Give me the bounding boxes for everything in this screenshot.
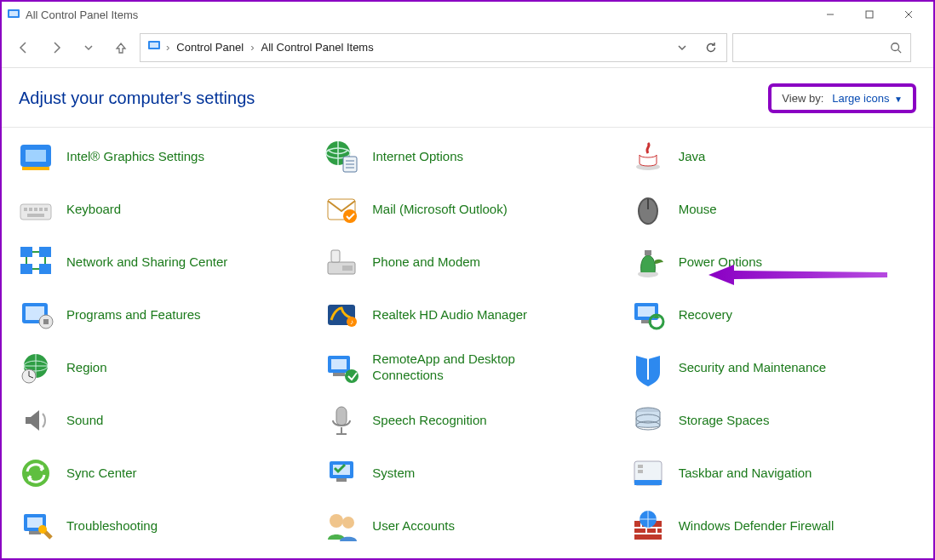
cp-item-label: Mouse — [679, 202, 717, 218]
view-by-control[interactable]: View by: Large icons ▼ — [768, 83, 916, 113]
cp-item-intel-graphics[interactable]: Intel® Graphics Settings — [14, 136, 313, 177]
view-by-value: Large icons — [832, 92, 889, 105]
control-panel-icon — [7, 8, 20, 21]
cp-item-mouse[interactable]: Mouse — [626, 189, 925, 230]
forward-button[interactable] — [43, 34, 70, 61]
recovery-icon — [629, 296, 667, 334]
cp-item-recovery[interactable]: Recovery — [626, 294, 925, 335]
nav-row: › Control Panel › All Control Panel Item… — [2, 27, 933, 68]
svg-rect-1 — [9, 11, 18, 16]
network-icon — [17, 243, 54, 281]
refresh-button[interactable] — [699, 36, 723, 60]
cp-item-java[interactable]: Java — [626, 136, 925, 177]
cp-item-label: Mail (Microsoft Outlook) — [372, 202, 507, 218]
cp-item-label: Sound — [66, 413, 103, 429]
intel-graphics-icon — [17, 138, 54, 175]
close-button[interactable] — [889, 2, 928, 27]
chevron-right-icon: › — [250, 41, 254, 54]
svg-rect-3 — [866, 11, 873, 18]
storage-icon — [629, 402, 667, 439]
power-options-icon — [629, 243, 667, 281]
cp-item-label: Taskbar and Navigation — [679, 466, 812, 482]
cp-item-label: Keyboard — [66, 202, 121, 218]
items-grid: Intel® Graphics SettingsInternet Options… — [2, 128, 933, 546]
cp-item-sync[interactable]: Sync Center — [14, 453, 313, 494]
header: Adjust your computer's settings View by:… — [2, 68, 933, 127]
cp-item-programs[interactable]: Programs and Features — [14, 294, 313, 335]
chevron-down-icon: ▼ — [894, 94, 903, 104]
internet-options-icon — [323, 138, 360, 175]
cp-item-storage[interactable]: Storage Spaces — [626, 400, 925, 441]
address-bar[interactable]: › Control Panel › All Control Panel Item… — [140, 33, 727, 62]
control-panel-icon — [147, 39, 161, 55]
cp-item-label: Storage Spaces — [679, 413, 770, 429]
cp-item-label: Windows Defender Firewall — [679, 518, 835, 534]
cp-item-label: RemoteApp and Desktop Connections — [372, 351, 559, 384]
cp-item-firewall[interactable]: Windows Defender Firewall — [626, 506, 925, 546]
cp-item-power-options[interactable]: Power Options — [626, 242, 925, 283]
history-dropdown[interactable] — [670, 36, 694, 60]
cp-item-label: Java — [679, 149, 706, 165]
cp-item-label: Programs and Features — [66, 307, 201, 323]
cp-item-security[interactable]: Security and Maintenance — [626, 347, 925, 388]
cp-item-mail[interactable]: Mail (Microsoft Outlook) — [319, 189, 618, 230]
cp-item-label: Region — [66, 360, 107, 376]
cp-item-network[interactable]: Network and Sharing Center — [14, 242, 313, 283]
chevron-right-icon: › — [166, 41, 169, 54]
cp-item-region[interactable]: Region — [14, 347, 313, 388]
cp-item-phone-modem[interactable]: Phone and Modem — [319, 242, 618, 283]
breadcrumb-root[interactable]: Control Panel — [175, 41, 245, 54]
cp-item-label: Network and Sharing Center — [66, 254, 227, 271]
firewall-icon — [629, 507, 667, 545]
security-icon — [629, 349, 667, 386]
system-icon — [323, 454, 360, 492]
sync-icon — [17, 454, 54, 492]
page-title: Adjust your computer's settings — [19, 89, 255, 108]
cp-item-keyboard[interactable]: Keyboard — [14, 189, 313, 230]
cp-item-troubleshoot[interactable]: Troubleshooting — [14, 506, 313, 546]
search-icon — [890, 42, 902, 54]
breadcrumb-current[interactable]: All Control Panel Items — [259, 41, 375, 54]
java-icon — [629, 138, 667, 175]
cp-item-remoteapp[interactable]: RemoteApp and Desktop Connections — [319, 347, 618, 388]
cp-item-system[interactable]: System — [319, 453, 618, 494]
cp-item-label: Intel® Graphics Settings — [66, 149, 204, 165]
back-button[interactable] — [10, 34, 37, 61]
sound-icon — [17, 402, 54, 439]
programs-icon — [17, 296, 54, 334]
cp-item-speech[interactable]: Speech Recognition — [319, 400, 618, 441]
cp-item-label: User Accounts — [372, 518, 455, 534]
realtek-icon — [323, 296, 360, 334]
svg-line-9 — [898, 49, 902, 53]
cp-item-user-accounts[interactable]: User Accounts — [319, 506, 618, 546]
cp-item-label: Realtek HD Audio Manager — [372, 307, 527, 323]
speech-icon — [323, 402, 360, 439]
troubleshoot-icon — [17, 507, 54, 545]
cp-item-label: Speech Recognition — [372, 413, 486, 429]
search-input[interactable] — [732, 33, 911, 62]
cp-item-label: Troubleshooting — [66, 518, 158, 534]
svg-rect-7 — [150, 43, 158, 48]
cp-item-label: Recovery — [679, 307, 732, 323]
taskbar-icon — [629, 454, 667, 492]
cp-item-sound[interactable]: Sound — [14, 400, 313, 441]
cp-item-realtek[interactable]: Realtek HD Audio Manager — [319, 294, 618, 335]
recent-dropdown[interactable] — [75, 34, 102, 61]
user-accounts-icon — [323, 507, 360, 545]
up-button[interactable] — [107, 34, 135, 61]
cp-item-internet-options[interactable]: Internet Options — [319, 136, 618, 177]
titlebar: All Control Panel Items — [2, 2, 933, 27]
remoteapp-icon — [323, 349, 360, 386]
cp-item-label: Sync Center — [66, 466, 137, 482]
cp-item-label: Internet Options — [372, 149, 463, 165]
svg-point-8 — [892, 43, 899, 50]
minimize-button[interactable] — [811, 2, 850, 27]
maximize-button[interactable] — [850, 2, 889, 27]
region-icon — [17, 349, 54, 386]
view-by-label: View by: — [782, 92, 823, 105]
mail-icon — [323, 191, 360, 228]
cp-item-label: Security and Maintenance — [679, 360, 826, 376]
mouse-icon — [629, 191, 667, 228]
cp-item-taskbar[interactable]: Taskbar and Navigation — [626, 453, 925, 494]
cp-item-label: Power Options — [679, 254, 762, 271]
